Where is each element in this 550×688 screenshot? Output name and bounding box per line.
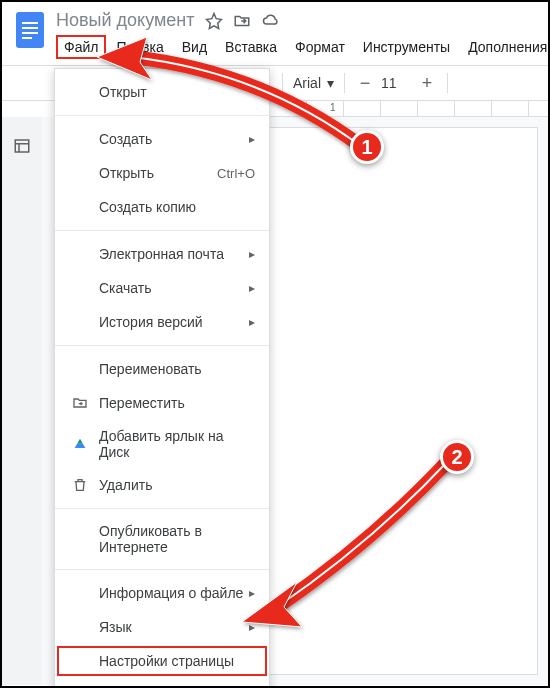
svg-rect-1 bbox=[22, 22, 38, 24]
menu-addons[interactable]: Дополнения bbox=[460, 35, 550, 59]
menu-delete[interactable]: Удалить bbox=[55, 468, 269, 502]
submenu-arrow-icon: ▸ bbox=[249, 315, 255, 329]
menu-edit[interactable]: Правка bbox=[108, 35, 171, 59]
svg-rect-2 bbox=[22, 27, 38, 29]
outline-sidebar bbox=[2, 117, 42, 685]
menu-print[interactable]: ПечатьCtrl+P bbox=[55, 678, 269, 688]
menu-make-copy[interactable]: Создать копию bbox=[55, 190, 269, 224]
document-title[interactable]: Новый документ bbox=[56, 10, 195, 31]
move-icon[interactable] bbox=[233, 12, 251, 30]
trash-icon bbox=[69, 477, 91, 493]
submenu-arrow-icon: ▸ bbox=[249, 132, 255, 146]
menu-tools[interactable]: Инструменты bbox=[355, 35, 458, 59]
star-icon[interactable] bbox=[205, 12, 223, 30]
submenu-arrow-icon: ▸ bbox=[249, 281, 255, 295]
menu-format[interactable]: Формат bbox=[287, 35, 353, 59]
menu-language[interactable]: Язык▸ bbox=[55, 610, 269, 644]
menu-page-setup[interactable]: Настройки страницы bbox=[55, 644, 269, 678]
menu-insert[interactable]: Вставка bbox=[217, 35, 285, 59]
menu-create[interactable]: Создать▸ bbox=[55, 122, 269, 156]
callout-badge-1: 1 bbox=[350, 130, 384, 164]
drive-icon bbox=[69, 436, 91, 452]
menu-open-truncated[interactable]: Открыт bbox=[55, 75, 269, 109]
menu-rename[interactable]: Переименовать bbox=[55, 352, 269, 386]
menu-move[interactable]: Переместить bbox=[55, 386, 269, 420]
submenu-arrow-icon: ▸ bbox=[249, 586, 255, 600]
font-size-increase[interactable]: + bbox=[417, 73, 437, 93]
svg-rect-3 bbox=[22, 32, 38, 34]
outline-icon[interactable] bbox=[13, 137, 31, 685]
chevron-down-icon: ▾ bbox=[327, 75, 334, 91]
submenu-arrow-icon: ▸ bbox=[249, 620, 255, 634]
font-selector[interactable]: Arial ▾ bbox=[293, 75, 334, 91]
file-menu-dropdown: Открыт Создать▸ ОткрытьCtrl+O Создать ко… bbox=[54, 68, 270, 688]
cloud-icon[interactable] bbox=[261, 12, 281, 30]
menu-view[interactable]: Вид bbox=[174, 35, 215, 59]
menu-open[interactable]: ОткрытьCtrl+O bbox=[55, 156, 269, 190]
submenu-arrow-icon: ▸ bbox=[249, 247, 255, 261]
menu-file[interactable]: Файл bbox=[56, 35, 106, 59]
font-size-decrease[interactable]: − bbox=[355, 73, 375, 93]
font-name: Arial bbox=[293, 75, 321, 91]
folder-move-icon bbox=[69, 395, 91, 411]
docs-logo-icon bbox=[14, 10, 46, 50]
menu-download[interactable]: Скачать▸ bbox=[55, 271, 269, 305]
menu-email[interactable]: Электронная почта▸ bbox=[55, 237, 269, 271]
menu-history[interactable]: История версий▸ bbox=[55, 305, 269, 339]
ruler bbox=[270, 101, 548, 117]
menu-publish[interactable]: Опубликовать в Интернете bbox=[55, 515, 269, 563]
menu-info[interactable]: Информация о файле▸ bbox=[55, 576, 269, 610]
svg-rect-4 bbox=[22, 37, 32, 39]
svg-rect-5 bbox=[15, 140, 29, 152]
font-size-field[interactable]: 11 bbox=[381, 75, 411, 91]
menu-add-drive[interactable]: Добавить ярлык на Диск bbox=[55, 420, 269, 468]
menubar: Файл Правка Вид Вставка Формат Инструмен… bbox=[56, 35, 550, 59]
callout-badge-2: 2 bbox=[440, 440, 474, 474]
svg-rect-0 bbox=[16, 12, 44, 48]
